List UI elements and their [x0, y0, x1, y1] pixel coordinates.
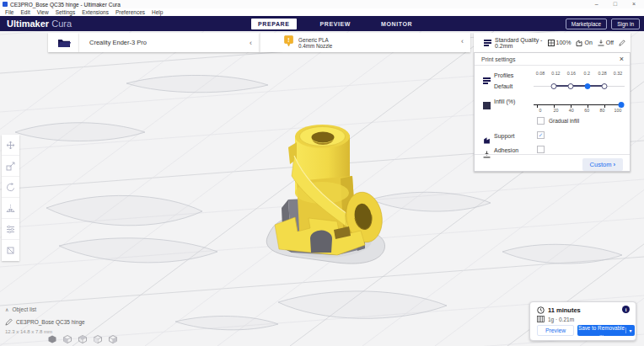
- view-left-icon: [94, 335, 102, 343]
- menu-view[interactable]: View: [34, 9, 52, 15]
- brand-ultimaker: Ultimaker: [7, 19, 49, 29]
- mirror-tool-button[interactable]: [2, 198, 19, 219]
- close-button[interactable]: ×: [632, 0, 636, 8]
- infill-slider-handle[interactable]: [619, 102, 625, 108]
- print-time: 11 minutes: [548, 306, 581, 314]
- app-icon: [3, 2, 8, 7]
- profile-stop-0.12[interactable]: [551, 83, 557, 89]
- object-list-header[interactable]: ∧ Object list: [5, 306, 85, 312]
- svg-text:!: !: [287, 36, 289, 42]
- signin-button[interactable]: Sign in: [611, 19, 640, 29]
- adhesion-checkbox[interactable]: [537, 146, 545, 153]
- stage-tabs: PREPARE PREVIEW MONITOR: [251, 18, 419, 30]
- support-blocker-tool-button[interactable]: [2, 240, 19, 261]
- model-bose-qc35-hinge[interactable]: [266, 125, 386, 263]
- scale-tool-button[interactable]: [2, 156, 19, 177]
- view-right-icon: [109, 335, 117, 343]
- custom-settings-button[interactable]: Custom ›: [582, 158, 623, 171]
- print-settings-title: Print settings: [475, 56, 515, 62]
- profile-slider[interactable]: [537, 83, 621, 89]
- edit-settings-pencil-icon[interactable]: [619, 40, 625, 46]
- infill-icon: [548, 40, 555, 46]
- menu-settings[interactable]: Settings: [52, 9, 79, 15]
- open-file-button[interactable]: [48, 33, 79, 52]
- menu-edit[interactable]: Edit: [17, 9, 33, 15]
- nozzle-size: 0.4mm Nozzle: [298, 43, 332, 49]
- view-front-button[interactable]: [62, 334, 72, 343]
- object-list: ∧ Object list CE3PRO_Bose QC35 hinge 12.…: [5, 306, 85, 334]
- slice-action-panel: 11 minutes i 1g · 0.21m Preview Save to …: [529, 301, 636, 341]
- rotate-tool-button[interactable]: [2, 177, 19, 198]
- printer-collapse-icon[interactable]: ‹: [250, 39, 260, 47]
- per-model-settings-tool-button[interactable]: [2, 219, 19, 240]
- titlebar: CE3PRO_Bose QC35 hinge - Ultimaker Cura …: [0, 0, 644, 8]
- move-icon: [6, 141, 15, 150]
- infill-slider[interactable]: [537, 101, 621, 108]
- info-icon[interactable]: i: [622, 306, 630, 313]
- tool-column: [2, 135, 19, 261]
- profile-stop-0.2-selected[interactable]: [585, 83, 591, 89]
- menu-help[interactable]: Help: [148, 9, 166, 15]
- move-tool-button[interactable]: [2, 135, 19, 156]
- profiles-layers-icon: [483, 72, 491, 88]
- save-dropdown-chevron-icon[interactable]: ▾: [625, 327, 635, 333]
- clock-icon: [537, 306, 545, 314]
- print-settings-summary[interactable]: Standard Quality - 0.2mm 100% On Off: [474, 33, 631, 52]
- print-settings-close-icon[interactable]: ×: [620, 55, 630, 63]
- minimize-button[interactable]: –: [595, 0, 598, 8]
- support-icon: [576, 40, 582, 46]
- maximize-button[interactable]: □: [614, 0, 617, 8]
- summary-support: On: [584, 40, 592, 45]
- menu-file[interactable]: File: [2, 9, 17, 15]
- summary-infill: 100%: [556, 40, 572, 45]
- printer-name: Creality Ender-3 Pro: [79, 39, 147, 46]
- scale-icon: [6, 162, 15, 171]
- material-warning-icon: !: [284, 35, 293, 51]
- per-model-settings-icon: [6, 225, 15, 234]
- material-selector[interactable]: ! Generic PLA 0.4mm Nozzle: [260, 33, 470, 52]
- print-settings-panel: Print settings × Profiles Default 0.08 0…: [474, 52, 631, 172]
- object-list-item[interactable]: CE3PRO_Bose QC35 hinge: [5, 318, 85, 326]
- material-usage: 1g · 0.21m: [548, 317, 574, 322]
- gradual-infill-checkbox[interactable]: [537, 117, 545, 125]
- support-checkbox[interactable]: ✓: [537, 131, 545, 139]
- infill-tick-labels: 0 20 40 60 80 100: [534, 108, 625, 113]
- support-label: Support: [494, 133, 515, 139]
- custom-chevron-icon: ›: [614, 161, 616, 168]
- support-blocker-icon: [6, 246, 15, 255]
- settings-collapse-icon[interactable]: ‹: [461, 37, 464, 45]
- profile-layers-icon: [484, 40, 491, 46]
- infill-label: Infill (%): [494, 98, 515, 104]
- gradual-infill-label: Gradual infill: [549, 118, 579, 124]
- view-top-icon: [78, 335, 87, 343]
- cura-window: CE3PRO_Bose QC35 hinge - Ultimaker Cura …: [0, 0, 644, 346]
- profile-tick-labels: 0.08 0.12 0.16 0.2 0.28 0.32: [534, 71, 625, 76]
- view-top-button[interactable]: [78, 334, 87, 343]
- summary-adhesion: Off: [606, 40, 614, 45]
- viewport-3d[interactable]: Creality Ender-3 Pro ‹ ! Generic PLA 0.4…: [0, 31, 644, 346]
- menu-extensions[interactable]: Extensions: [78, 9, 112, 15]
- view-3d-button[interactable]: [47, 334, 56, 343]
- material-name: Generic PLA: [298, 37, 332, 43]
- tab-prepare[interactable]: PREPARE: [251, 19, 297, 29]
- collapse-caret-icon: ∧: [5, 306, 8, 312]
- profile-stop-0.16[interactable]: [568, 83, 574, 89]
- tab-preview[interactable]: PREVIEW: [314, 19, 357, 29]
- adhesion-icon: [598, 40, 604, 46]
- model-top-hole: [312, 132, 335, 143]
- printer-selector[interactable]: Creality Ender-3 Pro ‹: [79, 33, 260, 52]
- save-to-removable-button[interactable]: Save to Removable ... ▾: [577, 325, 635, 336]
- view-left-button[interactable]: [93, 334, 102, 343]
- marketplace-button[interactable]: Marketplace: [566, 19, 607, 29]
- menu-preferences[interactable]: Preferences: [112, 9, 148, 15]
- view-front-icon: [63, 335, 72, 343]
- rename-pencil-icon: [5, 318, 13, 326]
- object-name: CE3PRO_Bose QC35 hinge: [16, 319, 85, 325]
- stage-bar: Ultimaker Cura PREPARE PREVIEW MONITOR M…: [0, 16, 644, 32]
- preview-button[interactable]: Preview: [537, 325, 574, 336]
- tab-monitor[interactable]: MONITOR: [374, 19, 419, 29]
- profile-stop-0.28[interactable]: [602, 83, 608, 89]
- rotate-icon: [6, 183, 15, 192]
- menubar: File Edit View Settings Extensions Prefe…: [0, 8, 644, 16]
- view-right-button[interactable]: [108, 334, 117, 343]
